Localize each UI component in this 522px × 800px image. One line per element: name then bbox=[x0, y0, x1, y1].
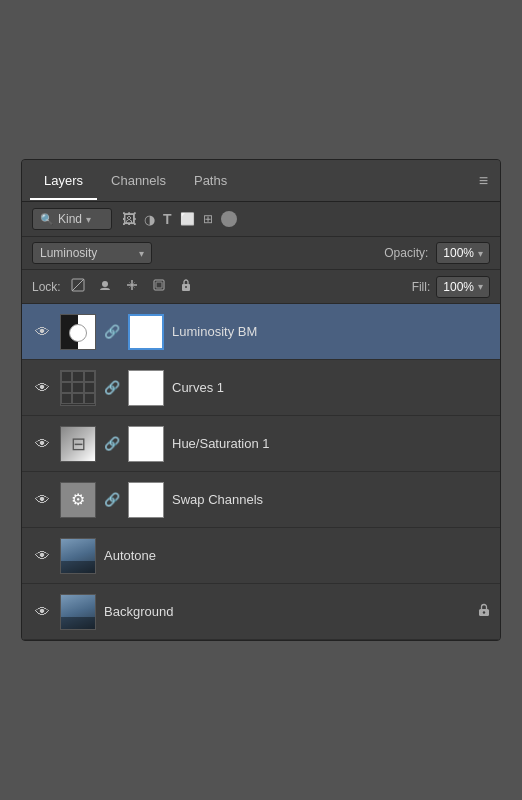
lock-position-btn[interactable] bbox=[121, 275, 143, 298]
layer-mask-thumbnail bbox=[128, 426, 164, 462]
link-icon[interactable]: 🔗 bbox=[104, 436, 120, 451]
lock-artboard-btn[interactable] bbox=[148, 275, 170, 298]
svg-line-1 bbox=[72, 279, 84, 291]
layer-mask-thumbnail bbox=[128, 482, 164, 518]
layer-thumbnail bbox=[60, 538, 96, 574]
panel-menu-icon[interactable]: ≡ bbox=[475, 168, 492, 194]
tab-channels[interactable]: Channels bbox=[97, 163, 180, 200]
layer-thumbnail bbox=[60, 370, 96, 406]
visibility-icon[interactable]: 👁 bbox=[32, 603, 52, 620]
layer-name: Hue/Saturation 1 bbox=[172, 436, 490, 451]
blend-caret: ▾ bbox=[139, 248, 144, 259]
link-icon[interactable]: 🔗 bbox=[104, 492, 120, 507]
visibility-icon[interactable]: 👁 bbox=[32, 323, 52, 340]
artboard-filter-icon[interactable]: ⊞ bbox=[203, 212, 213, 226]
tab-paths[interactable]: Paths bbox=[180, 163, 241, 200]
filter-icons: 🖼 ◑ T ⬜ ⊞ bbox=[122, 211, 237, 227]
visibility-icon[interactable]: 👁 bbox=[32, 547, 52, 564]
kind-label: Kind bbox=[58, 212, 82, 226]
lock-image-btn[interactable] bbox=[94, 275, 116, 298]
layer-name: Autotone bbox=[104, 548, 490, 563]
filter-row: 🔍 Kind ▾ 🖼 ◑ T ⬜ ⊞ bbox=[22, 202, 500, 237]
svg-point-8 bbox=[483, 611, 485, 613]
fill-caret: ▾ bbox=[478, 281, 483, 292]
layer-mask-thumbnail bbox=[128, 370, 164, 406]
shape-filter-icon[interactable]: ⬜ bbox=[180, 212, 195, 226]
image-filter-icon[interactable]: 🖼 bbox=[122, 211, 136, 227]
lock-label: Lock: bbox=[32, 280, 61, 294]
layer-mask-thumbnail bbox=[128, 314, 164, 350]
blend-mode-value: Luminosity bbox=[40, 246, 97, 260]
layer-row[interactable]: 👁 ⊟ 🔗 Hue/Saturation 1 bbox=[22, 416, 500, 472]
layers-panel: Layers Channels Paths ≡ 🔍 Kind ▾ 🖼 ◑ T ⬜… bbox=[21, 159, 501, 641]
lock-transparent-btn[interactable] bbox=[67, 275, 89, 298]
layer-thumbnail: ⊟ bbox=[60, 426, 96, 462]
layer-thumbnail bbox=[60, 594, 96, 630]
kind-select[interactable]: 🔍 Kind ▾ bbox=[32, 208, 112, 230]
layer-list: 👁 🔗 Luminosity BM 👁 bbox=[22, 304, 500, 640]
link-icon[interactable]: 🔗 bbox=[104, 324, 120, 339]
adjustment-filter-icon[interactable]: ◑ bbox=[144, 212, 155, 227]
visibility-icon[interactable]: 👁 bbox=[32, 435, 52, 452]
fill-input[interactable]: 100% ▾ bbox=[436, 276, 490, 298]
link-icon[interactable]: 🔗 bbox=[104, 380, 120, 395]
layer-name: Luminosity BM bbox=[172, 324, 490, 339]
blend-row: Luminosity ▾ Opacity: 100% ▾ bbox=[22, 237, 500, 270]
tab-bar: Layers Channels Paths ≡ bbox=[22, 160, 500, 202]
tab-layers[interactable]: Layers bbox=[30, 163, 97, 200]
lock-row: Lock: bbox=[22, 270, 500, 304]
svg-point-2 bbox=[102, 281, 108, 287]
layer-row[interactable]: 👁 🔗 Curves 1 bbox=[22, 360, 500, 416]
layer-name: Swap Channels bbox=[172, 492, 490, 507]
kind-caret: ▾ bbox=[86, 214, 91, 225]
search-icon: 🔍 bbox=[40, 213, 54, 226]
lock-icons bbox=[67, 275, 197, 298]
fill-label: Fill: bbox=[412, 280, 431, 294]
visibility-icon[interactable]: 👁 bbox=[32, 491, 52, 508]
filter-toggle-dot[interactable] bbox=[221, 211, 237, 227]
fill-value: 100% bbox=[443, 280, 474, 294]
opacity-input[interactable]: 100% ▾ bbox=[436, 242, 490, 264]
svg-rect-3 bbox=[154, 280, 164, 290]
svg-rect-4 bbox=[156, 282, 162, 288]
layer-name: Background bbox=[104, 604, 470, 619]
blend-mode-select[interactable]: Luminosity ▾ bbox=[32, 242, 152, 264]
layer-row[interactable]: 👁 Background bbox=[22, 584, 500, 640]
layer-row[interactable]: 👁 🔗 Luminosity BM bbox=[22, 304, 500, 360]
type-filter-icon[interactable]: T bbox=[163, 211, 172, 227]
opacity-caret: ▾ bbox=[478, 248, 483, 259]
visibility-icon[interactable]: 👁 bbox=[32, 379, 52, 396]
layer-thumbnail bbox=[60, 314, 96, 350]
lock-all-btn[interactable] bbox=[175, 275, 197, 298]
layer-thumbnail: ⚙ bbox=[60, 482, 96, 518]
opacity-value: 100% bbox=[443, 246, 474, 260]
svg-point-6 bbox=[185, 286, 187, 288]
opacity-label: Opacity: bbox=[384, 246, 428, 260]
layer-row[interactable]: 👁 Autotone bbox=[22, 528, 500, 584]
layer-name: Curves 1 bbox=[172, 380, 490, 395]
lock-badge-icon bbox=[478, 603, 490, 620]
layer-row[interactable]: 👁 ⚙ 🔗 Swap Channels bbox=[22, 472, 500, 528]
